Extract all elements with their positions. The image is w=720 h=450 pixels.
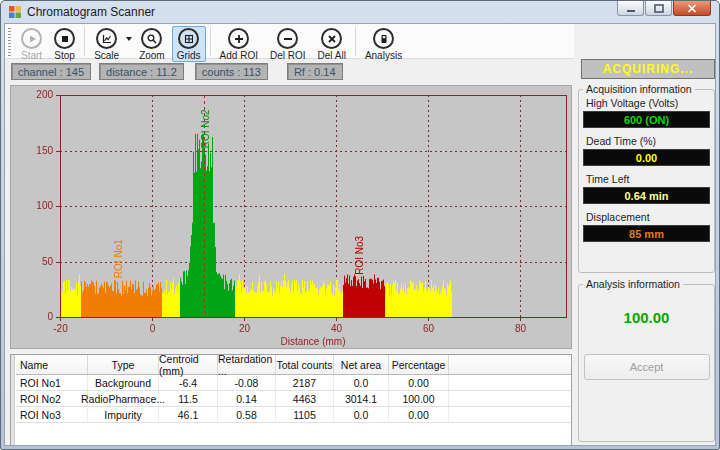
toolbar-button-start[interactable]: Start	[16, 26, 47, 62]
table-cell: ROI No1	[16, 375, 88, 390]
client-area: StartStopScaleZoomGridsAdd ROIDel ROIDel…	[4, 23, 716, 446]
table-row[interactable]: ROI No1Background-6.4-0.0821870.00.00	[16, 375, 571, 391]
maximize-button[interactable]	[645, 1, 672, 16]
toolbar-button-scale[interactable]: Scale	[89, 26, 124, 62]
status-field-channel: channel : 145	[11, 63, 91, 80]
table-cell: 2187	[276, 375, 334, 390]
dead-time-label: Dead Time (%)	[586, 135, 714, 147]
maximize-icon	[654, 4, 664, 13]
table-rowheader-strip	[11, 355, 15, 446]
acquisition-info-group: Acquisition information High Voltage (Vo…	[578, 89, 715, 273]
table-cell: 4463	[276, 391, 334, 406]
toolbar-button-label: Analysis	[365, 50, 402, 61]
titlebar[interactable]: Chromatogram Scanner	[1, 1, 719, 23]
table-cell: RadioPharmace...	[88, 391, 159, 406]
toolbar-button-label: Del All	[318, 50, 346, 61]
table-cell: 0.14	[218, 391, 276, 406]
magnifier-icon	[141, 28, 162, 49]
toolbar-button-add-roi[interactable]: Add ROI	[215, 26, 263, 62]
toolbar-grip[interactable]	[8, 28, 11, 56]
table-cell: 3014.1	[334, 391, 389, 406]
high-voltage-value: 600 (ON)	[583, 111, 710, 128]
close-button[interactable]	[673, 1, 711, 16]
chromatogram-chart[interactable]	[11, 86, 571, 348]
toolbar-button-del-all[interactable]: Del All	[313, 26, 351, 62]
column-header-7[interactable]: Percentage	[389, 355, 449, 374]
toolbar-separator	[84, 27, 85, 56]
stop-icon	[54, 28, 75, 49]
status-row: channel : 145distance : 11.2counts : 113…	[11, 63, 343, 80]
table-row[interactable]: ROI No2RadioPharmace...11.50.1444633014.…	[16, 391, 571, 407]
toolbar-button-grids[interactable]: Grids	[172, 26, 206, 62]
column-header-6[interactable]: Net area	[334, 355, 389, 374]
table-cell: 0.0	[334, 407, 389, 422]
table-cell: ROI No3	[16, 407, 88, 422]
table-cell: 0.58	[218, 407, 276, 422]
table-cell: 0.00	[389, 375, 449, 390]
toolbar-button-stop[interactable]: Stop	[49, 26, 80, 62]
table-cell: 1105	[276, 407, 334, 422]
accept-button[interactable]: Accept	[584, 354, 710, 380]
toolbar-separator	[355, 27, 356, 56]
status-field-counts: counts : 113	[195, 63, 268, 80]
toolbar-button-label: Stop	[54, 50, 75, 61]
grid-icon	[178, 28, 199, 49]
analysis-info-label: Analysis information	[583, 278, 683, 290]
scale-dropdown-arrow-icon[interactable]	[125, 27, 133, 49]
roi-table: NameTypeCentroid (mm)Retardation ...Tota…	[10, 354, 572, 446]
table-header-row: NameTypeCentroid (mm)Retardation ...Tota…	[16, 355, 571, 375]
table-cell: Impurity	[88, 407, 159, 422]
column-header-3[interactable]: Centroid (mm)	[159, 355, 218, 374]
toolbar-button-label: Zoom	[139, 50, 165, 61]
toolbar-button-label: Scale	[94, 50, 119, 61]
analysis-percentage-value: 100.00	[579, 309, 714, 326]
toolbar-button-label: Add ROI	[220, 50, 258, 61]
acquiring-status-banner: ACQUIRING...	[581, 59, 715, 79]
table-row[interactable]: ROI No3Impurity46.10.5811050.00.00	[16, 407, 571, 423]
table-cell: ROI No2	[16, 391, 88, 406]
toolbar: StartStopScaleZoomGridsAdd ROIDel ROIDel…	[5, 24, 574, 59]
right-panel: ACQUIRING... Acquisition information Hig…	[577, 58, 716, 445]
minimize-button[interactable]	[617, 1, 644, 16]
app-icon	[8, 5, 22, 19]
toolbar-button-label: Del ROI	[270, 50, 306, 61]
toolbar-button-label: Start	[21, 50, 42, 61]
table-cell: 0.00	[389, 407, 449, 422]
table-cell: -0.08	[218, 375, 276, 390]
time-left-label: Time Left	[586, 173, 714, 185]
toolbar-button-label: Grids	[177, 50, 201, 61]
toolbar-button-zoom[interactable]: Zoom	[134, 26, 170, 62]
app-window: Chromatogram Scanner StartStopScaleZoomG…	[0, 0, 720, 450]
plus-icon	[228, 28, 249, 49]
displacement-label: Displacement	[586, 211, 714, 223]
time-left-value: 0.64 min	[583, 187, 710, 204]
table-cell: 46.1	[159, 407, 218, 422]
toolbar-separator	[210, 27, 211, 56]
play-icon	[21, 28, 42, 49]
scale-chart-icon	[96, 28, 117, 49]
window-title: Chromatogram Scanner	[27, 5, 155, 19]
table-cell: 11.5	[159, 391, 218, 406]
status-field-rf: Rf : 0.14	[287, 63, 343, 80]
table-cell: 100.00	[389, 391, 449, 406]
acquisition-info-label: Acquisition information	[583, 83, 695, 95]
column-header-2[interactable]: Type	[88, 355, 159, 374]
toolbar-button-del-roi[interactable]: Del ROI	[265, 26, 311, 62]
column-header-5[interactable]: Total counts	[276, 355, 334, 374]
high-voltage-label: High Voltage (Volts)	[586, 97, 714, 109]
displacement-value: 85 mm	[583, 225, 710, 242]
close-icon	[687, 4, 697, 13]
chart-panel	[10, 85, 572, 349]
column-header-4[interactable]: Retardation ...	[218, 355, 276, 374]
cross-icon	[321, 28, 342, 49]
dead-time-value: 0.00	[583, 149, 710, 166]
column-header-1[interactable]: Name	[16, 355, 88, 374]
minus-icon	[277, 28, 298, 49]
table-cell: 0.0	[334, 375, 389, 390]
minimize-icon	[626, 4, 636, 13]
toolbar-button-analysis[interactable]: Analysis	[360, 26, 407, 62]
analysis-info-group: Analysis information 100.00 Accept	[578, 284, 715, 442]
report-icon	[373, 28, 394, 49]
table-cell: -6.4	[159, 375, 218, 390]
table-cell: Background	[88, 375, 159, 390]
